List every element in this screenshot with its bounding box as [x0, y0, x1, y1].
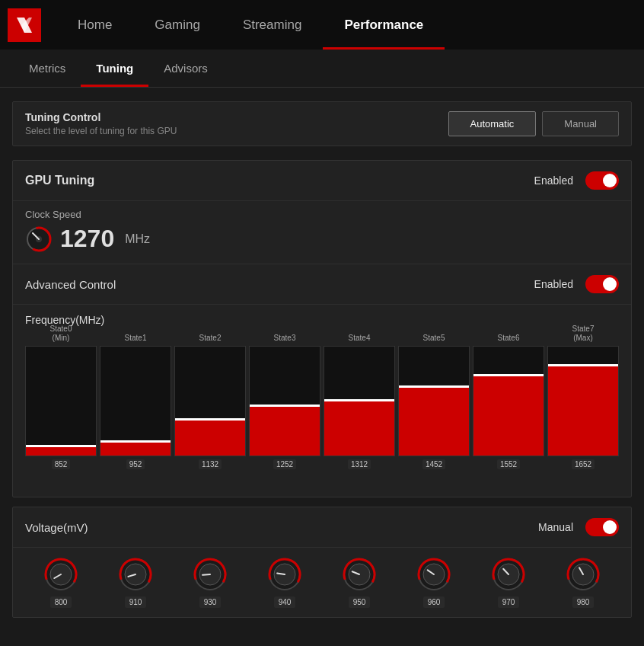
bar-value-2: 1132: [199, 459, 222, 469]
bar-state-label-2: State2: [199, 334, 222, 343]
knob-col-3: 940: [249, 557, 320, 608]
bar-col-4[interactable]: State41312: [324, 334, 395, 469]
knob-col-0: 800: [25, 557, 97, 608]
gpu-tuning-status: Enabled: [534, 174, 573, 187]
nav-home[interactable]: Home: [56, 0, 133, 50]
gpu-tuning-card: GPU Tuning Enabled Clock Speed 1270 MHz …: [12, 160, 632, 497]
tuning-control-description: Select the level of tuning for this GPU: [25, 126, 448, 136]
knob-col-2: 930: [174, 557, 246, 608]
bar-state-label-7: State7 (Max): [572, 325, 595, 343]
tuning-control-text: Tuning Control Select the level of tunin…: [25, 111, 448, 136]
knob-dial-0[interactable]: [43, 557, 78, 592]
knob-value-6: 970: [498, 596, 520, 608]
knob-dial-7[interactable]: [566, 557, 601, 592]
clock-speed-label: Clock Speed: [25, 209, 619, 220]
knob-dial-2[interactable]: [193, 557, 228, 592]
bar-col-6[interactable]: State61552: [473, 334, 544, 469]
bar-state-label-4: State4: [349, 334, 371, 343]
nav-performance[interactable]: Performance: [323, 0, 445, 50]
knob-value-4: 950: [349, 596, 371, 608]
bar-6[interactable]: [473, 346, 544, 456]
knob-value-1: 910: [125, 596, 147, 608]
bar-state-label-0: State0 (Min): [50, 325, 72, 343]
bar-value-4: 1312: [348, 459, 371, 469]
top-nav: Home Gaming Streaming Performance: [0, 0, 644, 50]
knob-col-7: 980: [547, 557, 619, 608]
tuning-btn-manual[interactable]: Manual: [542, 111, 619, 136]
knob-col-6: 970: [473, 557, 544, 608]
knob-dial-5[interactable]: [416, 557, 451, 592]
bar-0[interactable]: [25, 346, 97, 456]
bar-state-label-6: State6: [498, 334, 520, 343]
tab-metrics[interactable]: Metrics: [14, 50, 81, 87]
bar-4[interactable]: [324, 346, 395, 456]
bar-2[interactable]: [174, 346, 246, 456]
knob-dial-3[interactable]: [267, 557, 302, 592]
voltage-knob-row: 800910930940950960970980: [13, 547, 631, 617]
tuning-buttons: Automatic Manual: [448, 111, 619, 136]
knob-col-5: 960: [398, 557, 470, 608]
bar-3[interactable]: [249, 346, 320, 456]
tuning-control-title: Tuning Control: [25, 111, 448, 123]
frequency-title: Frequency(MHz): [25, 314, 619, 326]
knob-value-2: 930: [199, 596, 222, 608]
advanced-control-status: Enabled: [534, 278, 573, 290]
frequency-bar-chart: State0 (Min)852State1952State21132State3…: [25, 335, 619, 488]
bar-value-3: 1252: [273, 459, 296, 469]
tuning-btn-automatic[interactable]: Automatic: [448, 111, 537, 136]
bar-col-2[interactable]: State21132: [174, 334, 246, 469]
nav-streaming[interactable]: Streaming: [222, 0, 323, 50]
advanced-control-label: Advanced Control: [25, 278, 534, 291]
advanced-control-toggle[interactable]: [585, 275, 619, 293]
bar-col-1[interactable]: State1952: [100, 334, 171, 469]
tab-advisors[interactable]: Advisors: [148, 50, 223, 87]
bar-value-5: 1452: [422, 459, 445, 469]
tab-tuning[interactable]: Tuning: [81, 50, 148, 87]
bar-7[interactable]: [547, 346, 619, 456]
bar-state-label-3: State3: [274, 334, 296, 343]
advanced-control-row: Advanced Control Enabled: [13, 264, 631, 304]
knob-value-3: 940: [274, 596, 296, 608]
bar-value-1: 952: [126, 459, 145, 469]
sub-nav: Metrics Tuning Advisors: [0, 50, 644, 88]
bar-1[interactable]: [100, 346, 171, 456]
bar-value-7: 1652: [572, 459, 595, 469]
knob-value-7: 980: [572, 596, 595, 608]
main-nav: Home Gaming Streaming Performance: [56, 0, 445, 50]
bar-col-0[interactable]: State0 (Min)852: [25, 325, 97, 469]
content-area: Tuning Control Select the level of tunin…: [0, 88, 644, 646]
knob-value-0: 800: [50, 596, 72, 608]
nav-gaming[interactable]: Gaming: [133, 0, 222, 50]
bar-col-3[interactable]: State31252: [249, 334, 320, 469]
voltage-section: Voltage(mV) Manual 800910930940950960970…: [12, 507, 632, 618]
bar-state-label-1: State1: [125, 334, 147, 343]
clock-speed-unit: MHz: [125, 232, 150, 246]
clock-speed-value: 1270 MHz: [25, 225, 619, 253]
bar-5[interactable]: [398, 346, 470, 456]
knob-dial-4[interactable]: [342, 557, 377, 592]
gpu-tuning-toggle[interactable]: [585, 171, 619, 190]
amd-logo: [8, 8, 41, 42]
knob-value-5: 960: [423, 596, 445, 608]
svg-line-15: [202, 574, 210, 575]
clock-speed-row: Clock Speed 1270 MHz: [13, 200, 631, 264]
knob-col-4: 950: [324, 557, 395, 608]
bar-value-6: 1552: [497, 459, 520, 469]
bar-value-0: 852: [52, 459, 71, 469]
knob-dial-6[interactable]: [491, 557, 526, 592]
gpu-tuning-label: GPU Tuning: [25, 174, 534, 187]
tuning-control-section: Tuning Control Select the level of tunin…: [12, 101, 632, 146]
bar-state-label-5: State5: [423, 334, 445, 343]
voltage-status: Manual: [538, 521, 573, 533]
knob-col-1: 910: [100, 557, 171, 608]
clock-dial-icon: [25, 225, 53, 253]
voltage-label: Voltage(mV): [25, 521, 538, 534]
gpu-tuning-toggle-row: GPU Tuning Enabled: [13, 161, 631, 200]
clock-speed-number: 1270: [60, 225, 114, 253]
voltage-toggle[interactable]: [585, 518, 619, 536]
bar-col-7[interactable]: State7 (Max)1652: [547, 325, 619, 469]
frequency-section: Frequency(MHz) State0 (Min)852State1952S…: [13, 304, 631, 497]
voltage-toggle-row: Voltage(mV) Manual: [13, 507, 631, 547]
bar-col-5[interactable]: State51452: [398, 334, 470, 469]
knob-dial-1[interactable]: [118, 557, 153, 592]
